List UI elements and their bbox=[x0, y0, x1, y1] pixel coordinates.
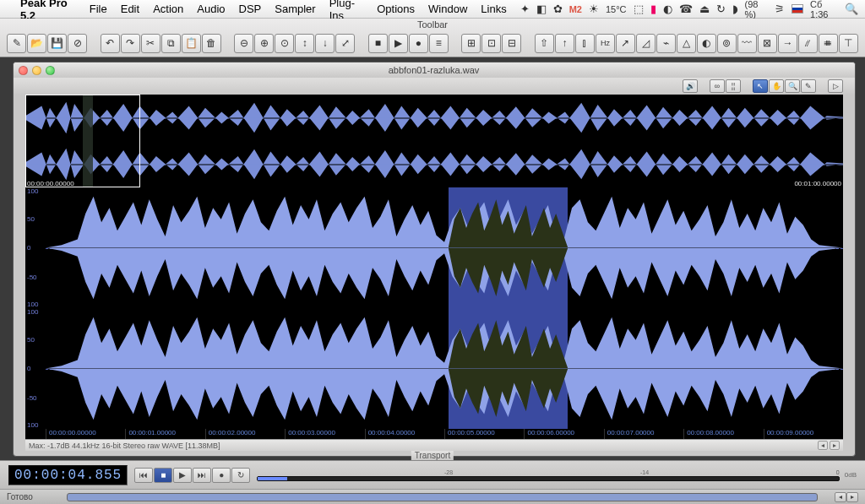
dsp-button[interactable]: ⌁ bbox=[656, 34, 676, 53]
marker-mode-button[interactable]: ¦¦ bbox=[726, 79, 741, 93]
hand-tool-button[interactable]: ✋ bbox=[769, 79, 784, 93]
time-ruler[interactable]: 00:00:00.00000 00:00:01.00000 00:00:02.0… bbox=[25, 429, 843, 439]
scroll-arrow-button[interactable]: ◂ bbox=[818, 441, 828, 450]
loop-mode-button[interactable]: ∞ bbox=[710, 79, 725, 93]
wifi-icon[interactable]: ⚞ bbox=[775, 3, 785, 15]
stop-button[interactable]: ■ bbox=[154, 468, 172, 483]
menu-options[interactable]: Options bbox=[377, 3, 415, 15]
speaker-button[interactable]: 🔊 bbox=[683, 79, 698, 93]
dsp-button[interactable]: ◐ bbox=[697, 34, 716, 53]
zoom-tool-button[interactable]: 🔍 bbox=[785, 79, 800, 93]
playlist-button[interactable]: ⊞ bbox=[461, 34, 481, 53]
menu-dsp[interactable]: DSP bbox=[239, 3, 262, 15]
pencil-tool-button[interactable]: ✎ bbox=[801, 79, 816, 93]
overview-viewport-box[interactable] bbox=[25, 95, 140, 187]
axis-label: 0 bbox=[27, 244, 30, 252]
window-zoom-icon[interactable] bbox=[46, 66, 55, 75]
record-button[interactable]: ● bbox=[212, 468, 231, 483]
play-selection-button[interactable]: ▷ bbox=[828, 79, 843, 93]
channel-right[interactable]: 100 50 0 -50 100 bbox=[25, 308, 843, 429]
axis-label: -50 bbox=[27, 394, 37, 402]
time-tick: 00:00:08.00000 bbox=[683, 429, 763, 439]
dsp-button[interactable]: ↗ bbox=[616, 34, 635, 53]
time-tick: 00:00:06.00000 bbox=[524, 429, 603, 439]
document-title: abbfon01-razluka.wav bbox=[55, 65, 813, 75]
cut-button[interactable]: ✂ bbox=[141, 34, 160, 53]
view-button[interactable]: ⤢ bbox=[335, 34, 355, 53]
menuextra-icon[interactable]: ◐ bbox=[663, 3, 672, 15]
menuextra-icon[interactable]: ⬚ bbox=[634, 3, 644, 15]
waveform bbox=[46, 369, 843, 426]
arrow-tool-button[interactable]: ↖ bbox=[753, 79, 768, 93]
waveform-area[interactable]: 100 50 0 -50 100 100 50 0 -50 100 bbox=[25, 187, 843, 439]
paste-button[interactable]: 📋 bbox=[182, 34, 201, 53]
battery-icon[interactable]: ◗ bbox=[732, 3, 738, 15]
open-button[interactable]: 📂 bbox=[27, 34, 46, 53]
window-minimize-icon[interactable] bbox=[32, 66, 41, 75]
dsp-button[interactable]: ⊚ bbox=[717, 34, 737, 53]
zoom-in-button[interactable]: ⊕ bbox=[254, 34, 274, 53]
dsp-button[interactable]: ◿ bbox=[636, 34, 656, 53]
new-button[interactable]: ✎ bbox=[7, 34, 26, 53]
play-button[interactable]: ▶ bbox=[389, 34, 408, 53]
dsp-button[interactable]: ⩩ bbox=[819, 34, 838, 53]
scroll-arrow-button[interactable]: ▸ bbox=[830, 441, 840, 450]
play-button[interactable]: ▶ bbox=[173, 468, 192, 483]
dsp-button[interactable]: △ bbox=[677, 34, 696, 53]
scroll-left-button[interactable]: ◂ bbox=[835, 492, 846, 502]
delete-button[interactable]: 🗑 bbox=[202, 34, 221, 53]
dsp-button[interactable]: ⊠ bbox=[758, 34, 777, 53]
menu-window[interactable]: Window bbox=[428, 3, 467, 15]
menuextra-icon[interactable]: ☎ bbox=[679, 3, 693, 15]
view-button[interactable]: ↓ bbox=[315, 34, 335, 53]
dsp-button[interactable]: ⇧ bbox=[535, 34, 554, 53]
view-button[interactable]: ↕ bbox=[295, 34, 314, 53]
menu-file[interactable]: File bbox=[90, 3, 107, 15]
forward-button[interactable]: ⏭ bbox=[193, 468, 211, 483]
gmail-icon[interactable]: M2 bbox=[569, 4, 582, 14]
channel-left[interactable]: 100 50 0 -50 100 bbox=[25, 187, 843, 308]
dsp-button[interactable]: ⫿ bbox=[575, 34, 595, 53]
dsp-button[interactable]: ↑ bbox=[555, 34, 574, 53]
scroll-right-button[interactable]: ▸ bbox=[846, 492, 858, 502]
stop-button[interactable]: ■ bbox=[368, 34, 388, 53]
menu-edit[interactable]: Edit bbox=[121, 3, 139, 15]
zoom-out-button[interactable]: ⊖ bbox=[234, 34, 253, 53]
zoom-fit-button[interactable]: ⊙ bbox=[275, 34, 294, 53]
overview-strip[interactable]: 00:00:00.00000 00:01:00.00000 bbox=[25, 95, 843, 187]
record-button[interactable]: ● bbox=[409, 34, 428, 53]
copy-button[interactable]: ⧉ bbox=[161, 34, 181, 53]
clock[interactable]: Сб 1:36 bbox=[810, 0, 838, 19]
input-source-flag-icon[interactable] bbox=[792, 4, 803, 14]
loop-button[interactable]: ↻ bbox=[231, 468, 250, 483]
menu-links[interactable]: Links bbox=[481, 3, 506, 15]
batch-button[interactable]: ⊡ bbox=[481, 34, 501, 53]
toolbar-title: Toolbar bbox=[0, 19, 865, 30]
dsp-button[interactable]: ⊤ bbox=[839, 34, 858, 53]
menuextra-icon[interactable]: ⏏ bbox=[699, 3, 710, 15]
timemachine-icon[interactable]: ↻ bbox=[716, 3, 726, 15]
dsp-button[interactable]: 〰 bbox=[737, 34, 757, 53]
menuextra-icon[interactable]: ✿ bbox=[553, 3, 563, 15]
dsp-button[interactable]: ⫽ bbox=[798, 34, 818, 53]
document-titlebar[interactable]: abbfon01-razluka.wav bbox=[14, 62, 855, 78]
vbox-button[interactable]: ⊟ bbox=[502, 34, 521, 53]
menuextra-icon[interactable]: ✦ bbox=[520, 3, 530, 15]
window-close-icon[interactable] bbox=[19, 66, 28, 75]
status-progress-track[interactable] bbox=[67, 493, 818, 501]
loop-button[interactable]: ≡ bbox=[429, 34, 449, 53]
menuextra-icon[interactable]: ▮ bbox=[650, 3, 656, 15]
menu-action[interactable]: Action bbox=[153, 3, 183, 15]
undo-button[interactable]: ↶ bbox=[101, 34, 120, 53]
menu-sampler[interactable]: Sampler bbox=[275, 3, 315, 15]
menu-audio[interactable]: Audio bbox=[197, 3, 225, 15]
sun-icon[interactable]: ☀ bbox=[589, 3, 599, 15]
dsp-button[interactable]: → bbox=[778, 34, 797, 53]
rewind-button[interactable]: ⏮ bbox=[134, 468, 153, 483]
dropbox-icon[interactable]: ◧ bbox=[536, 3, 547, 15]
redo-button[interactable]: ↷ bbox=[121, 34, 140, 53]
save-button[interactable]: 💾 bbox=[47, 34, 67, 53]
dsp-button[interactable]: Hz bbox=[596, 34, 615, 53]
spotlight-icon[interactable]: 🔍 bbox=[845, 3, 858, 15]
close-button[interactable]: ⊘ bbox=[68, 34, 87, 53]
